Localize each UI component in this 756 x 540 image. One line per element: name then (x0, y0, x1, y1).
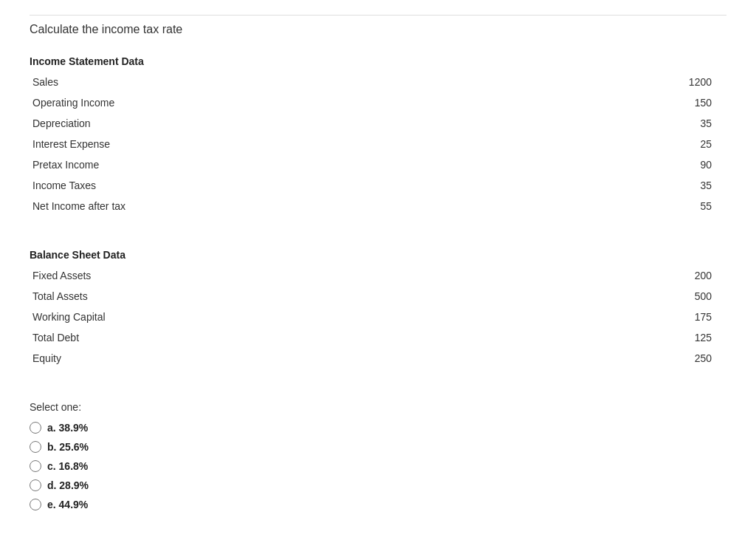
row-value: 1200 (523, 72, 726, 92)
row-label: Net Income after tax (30, 196, 523, 216)
row-label: Income Taxes (30, 175, 523, 196)
row-value: 150 (523, 92, 726, 113)
table-row: Sales 1200 (30, 72, 726, 92)
row-label: Operating Income (30, 92, 523, 113)
table-row: Income Taxes 35 (30, 175, 726, 196)
row-label: Total Debt (30, 327, 512, 348)
page-title: Calculate the income tax rate (30, 15, 726, 42)
table-row: Total Debt 125 (30, 327, 726, 348)
row-value: 90 (523, 154, 726, 175)
row-value: 55 (523, 196, 726, 216)
radio-option-c[interactable]: c. 16.8% (30, 460, 726, 472)
row-label: Fixed Assets (30, 265, 512, 286)
row-value: 35 (523, 175, 726, 196)
income-statement-header: Income Statement Data (30, 55, 726, 67)
question-prompt: Select one: (30, 401, 726, 413)
radio-input-d[interactable] (30, 479, 41, 491)
row-label: Equity (30, 348, 512, 369)
radio-label-d: d. 28.9% (47, 479, 89, 491)
row-label: Pretax Income (30, 154, 523, 175)
radio-option-e[interactable]: e. 44.9% (30, 499, 726, 510)
row-value: 35 (523, 113, 726, 134)
row-label: Sales (30, 72, 523, 92)
row-value: 25 (523, 134, 726, 154)
radio-label-e: e. 44.9% (47, 499, 88, 510)
radio-input-b[interactable] (30, 441, 41, 453)
row-label: Depreciation (30, 113, 523, 134)
table-row: Pretax Income 90 (30, 154, 726, 175)
row-value: 175 (512, 307, 726, 327)
balance-sheet-header: Balance Sheet Data (30, 249, 726, 261)
table-row: Working Capital 175 (30, 307, 726, 327)
radio-label-b: b. 25.6% (47, 441, 89, 453)
balance-sheet-table: Fixed Assets 200 Total Assets 500 Workin… (30, 265, 726, 369)
radio-input-c[interactable] (30, 460, 41, 472)
row-value: 200 (512, 265, 726, 286)
row-value: 125 (512, 327, 726, 348)
radio-label-a: a. 38.9% (47, 422, 88, 434)
table-row: Total Assets 500 (30, 286, 726, 307)
radio-option-b[interactable]: b. 25.6% (30, 441, 726, 453)
table-row: Operating Income 150 (30, 92, 726, 113)
row-value: 250 (512, 348, 726, 369)
radio-option-a[interactable]: a. 38.9% (30, 422, 726, 434)
radio-label-c: c. 16.8% (47, 460, 88, 472)
answer-options: a. 38.9% b. 25.6% c. 16.8% d. 28.9% e. 4… (30, 422, 726, 510)
radio-option-d[interactable]: d. 28.9% (30, 479, 726, 491)
radio-input-a[interactable] (30, 422, 41, 434)
row-label: Total Assets (30, 286, 512, 307)
table-row: Depreciation 35 (30, 113, 726, 134)
row-label: Working Capital (30, 307, 512, 327)
table-row: Equity 250 (30, 348, 726, 369)
row-value: 500 (512, 286, 726, 307)
table-row: Fixed Assets 200 (30, 265, 726, 286)
row-label: Interest Expense (30, 134, 523, 154)
income-statement-table: Sales 1200 Operating Income 150 Deprecia… (30, 72, 726, 216)
table-row: Net Income after tax 55 (30, 196, 726, 216)
radio-input-e[interactable] (30, 499, 41, 510)
table-row: Interest Expense 25 (30, 134, 726, 154)
